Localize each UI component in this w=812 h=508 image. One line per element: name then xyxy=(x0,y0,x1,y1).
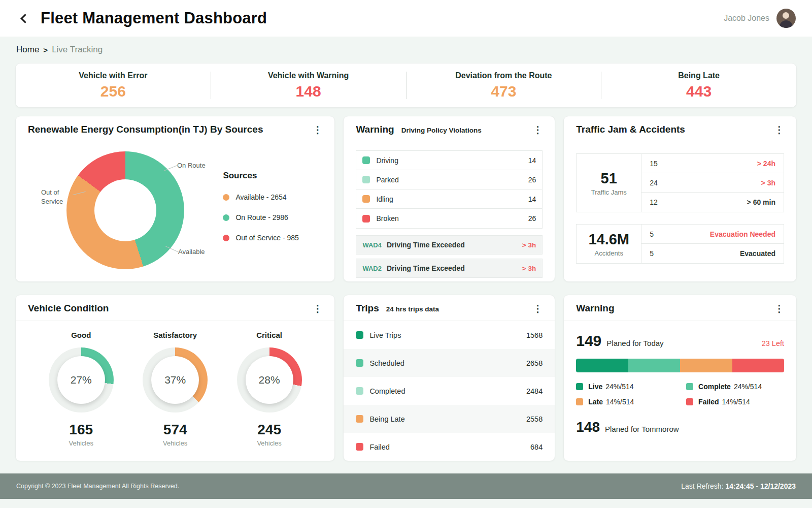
alert-label: Driving Time Exceeded xyxy=(387,241,465,249)
card-title: Renewable Energy Consumption(in TJ) By S… xyxy=(28,124,263,135)
card-title: Warning xyxy=(576,303,614,314)
card-title: Warning xyxy=(356,124,394,135)
legend-item: Live 24%/514 xyxy=(576,383,674,391)
legend-item: On Route - 2986 xyxy=(223,213,322,221)
breadcrumb-current: Live Tracking xyxy=(52,45,103,55)
accidents-count: 14.6M xyxy=(588,231,629,248)
row-count: 15 xyxy=(650,160,658,168)
app-header: Fleet Management Dashboard Jacob Jones xyxy=(0,0,812,37)
kebab-menu-icon[interactable]: ⋮ xyxy=(313,304,322,313)
kebab-menu-icon[interactable]: ⋮ xyxy=(313,125,322,135)
donut-callout-on-route: On Route xyxy=(177,162,206,169)
user-avatar[interactable] xyxy=(776,9,796,28)
status-swatch-being-late xyxy=(356,415,363,423)
legend-dot-out-of-service xyxy=(223,235,229,241)
legend-label: On Route - 2986 xyxy=(235,213,288,221)
row-value: 1568 xyxy=(526,331,543,339)
kebab-menu-icon[interactable]: ⋮ xyxy=(533,125,543,135)
legend-label: Out of Service - 985 xyxy=(235,234,299,242)
legend-label: Complete xyxy=(698,383,731,391)
gauge-unit: Vehicles xyxy=(257,439,281,447)
user-name: Jacob Jones xyxy=(724,14,769,23)
planned-tomorrow-label: Planed for Tommorow xyxy=(605,425,679,433)
kebab-menu-icon[interactable]: ⋮ xyxy=(533,304,543,313)
donut-chart-area: On Route Out of Service Available xyxy=(28,142,223,275)
row-label: Live Trips xyxy=(369,331,401,339)
donut-hole xyxy=(94,179,156,241)
app-footer: Copyright © 2023 Fleet Management All Ri… xyxy=(0,473,812,499)
table-row: 24 > 3h xyxy=(641,173,784,193)
alert-label: Driving Time Exceeded xyxy=(387,264,465,272)
traffic-jams-count: 51 xyxy=(601,170,617,187)
card-subtitle: Driving Policy Violations xyxy=(401,126,482,134)
legend-item: Complete 24%/514 xyxy=(686,383,784,391)
table-row: Parked 26 xyxy=(356,170,542,189)
kpi-label: Being Late xyxy=(601,71,796,80)
kpi-label: Vehicle with Warning xyxy=(211,71,406,80)
card-title: Traffic Jam & Accidents xyxy=(576,124,685,135)
planned-today-row: 149 Planed for Today 23 Left xyxy=(576,332,784,350)
kebab-menu-icon[interactable]: ⋮ xyxy=(774,304,784,313)
gauge-label: Critical xyxy=(256,331,282,339)
card-trips: Trips 24 hrs trips data ⋮ Live Trips 156… xyxy=(343,295,555,461)
breadcrumb-separator-icon: > xyxy=(43,46,48,54)
gauge-count: 245 xyxy=(257,422,281,438)
legend-dot-on-route xyxy=(223,214,229,221)
planned-today-label: Planed for Today xyxy=(606,339,663,347)
kebab-menu-icon[interactable]: ⋮ xyxy=(774,125,784,135)
bar-segment-live xyxy=(576,359,628,372)
breadcrumb-home-link[interactable]: Home xyxy=(16,45,39,55)
legend-item: Out of Service - 985 xyxy=(223,234,322,242)
kpi-value: 256 xyxy=(16,83,211,100)
card-header: Warning ⋮ xyxy=(564,295,796,321)
row-label: Driving xyxy=(376,156,398,165)
avatar-head-shape xyxy=(783,12,789,19)
row-value: 14 xyxy=(528,156,536,165)
violation-alerts: WAD4 Driving Time Exceeded > 3h WAD2 Dri… xyxy=(356,235,543,278)
kpi-label: Deviation from the Route xyxy=(407,71,601,80)
planned-today-count: 149 xyxy=(576,332,601,350)
legend-swatch-complete xyxy=(686,383,693,390)
card-title: Vehicle Condition xyxy=(28,303,109,314)
list-item: Being Late 2558 xyxy=(344,405,555,433)
kpi-vehicle-with-warning: Vehicle with Warning 148 xyxy=(211,71,406,100)
card-planned-warning: Warning ⋮ 149 Planed for Today 23 Left L… xyxy=(563,295,797,461)
row-count: 5 xyxy=(650,230,654,238)
kpi-value: 443 xyxy=(601,83,796,100)
user-menu[interactable]: Jacob Jones xyxy=(724,9,796,28)
gauge-unit: Vehicles xyxy=(69,439,93,447)
row-value: 26 xyxy=(528,214,536,223)
row-detail: > 3h xyxy=(761,179,775,187)
chevron-left-icon xyxy=(20,14,29,23)
row-label: Being Late xyxy=(369,415,404,423)
condition-card-body: Good 27% 165 Vehicles Satisfactory 37% 5… xyxy=(16,321,334,461)
bar-segment-complete xyxy=(628,359,680,372)
card-subtitle: 24 hrs trips data xyxy=(386,305,439,313)
row-value: 2658 xyxy=(526,359,543,367)
last-refresh: Last Refresh: 14:24:45 - 12/12/2023 xyxy=(681,482,796,490)
accidents-section: 14.6M Accidents 5 Evacuation Needed 5 Ev… xyxy=(576,224,784,264)
table-row: 12 > 60 min xyxy=(641,193,784,212)
gauge-satisfactory: Satisfactory 37% 574 Vehicles xyxy=(143,331,208,447)
card-header: Vehicle Condition ⋮ xyxy=(16,295,334,321)
dashboard-grid: Renewable Energy Consumption(in TJ) By S… xyxy=(15,116,797,461)
legend-value: 14%/514 xyxy=(722,398,750,406)
row-label: Completed xyxy=(369,387,405,395)
legend-value: 24%/514 xyxy=(605,383,633,391)
card-header: Warning Driving Policy Violations ⋮ xyxy=(344,116,555,142)
traffic-jams-label: Traffic Jams xyxy=(591,188,627,196)
planning-card-body: 149 Planed for Today 23 Left Live 24%/51… xyxy=(564,321,796,461)
planned-tomorrow-count: 148 xyxy=(576,419,600,435)
status-swatch-driving xyxy=(362,156,370,164)
back-button[interactable] xyxy=(16,10,33,27)
traffic-jams-section: 51 Traffic Jams 15 > 24h 24 > 3h 12 > 60… xyxy=(576,153,784,212)
planned-progress-bar xyxy=(576,359,784,372)
row-value: 2558 xyxy=(526,415,543,423)
card-energy-sources: Renewable Energy Consumption(in TJ) By S… xyxy=(15,116,335,282)
row-detail: > 24h xyxy=(757,160,775,168)
condition-gauge-ring: 28% xyxy=(237,347,302,412)
card-header: Renewable Energy Consumption(in TJ) By S… xyxy=(16,116,334,142)
legend-title: Sources xyxy=(223,171,322,181)
row-value: 684 xyxy=(530,443,543,451)
row-label: Broken xyxy=(376,214,398,223)
